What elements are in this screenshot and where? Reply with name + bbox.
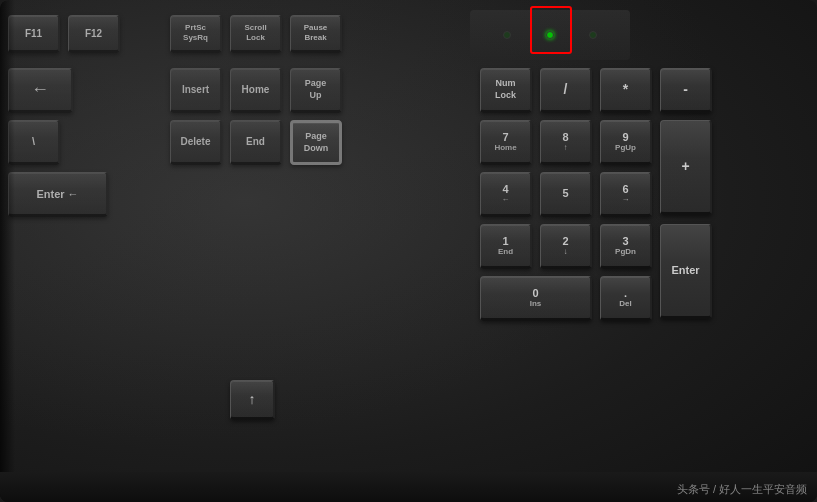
key-num3[interactable]: 3 PgDn bbox=[600, 224, 652, 269]
key-end-label: End bbox=[246, 135, 265, 148]
key-num8-main: 8 bbox=[562, 130, 568, 144]
key-delete-label: Delete bbox=[180, 135, 210, 148]
key-backspace-label: ← bbox=[31, 78, 49, 101]
watermark-text: 头条号 / 好人一生平安音频 bbox=[677, 483, 807, 495]
watermark: 头条号 / 好人一生平安音频 bbox=[677, 482, 807, 497]
key-num4[interactable]: 4 ← bbox=[480, 172, 532, 217]
key-numplus-label: + bbox=[681, 157, 689, 175]
key-numslash[interactable]: / bbox=[540, 68, 592, 113]
key-num2-sub: ↓ bbox=[564, 248, 568, 257]
key-num1-sub: End bbox=[498, 248, 513, 257]
key-numstar-label: * bbox=[623, 80, 628, 98]
key-up-arrow[interactable]: ↑ bbox=[230, 380, 275, 420]
key-pageup-label2: Up bbox=[310, 90, 322, 102]
key-numlock[interactable]: Num Lock bbox=[480, 68, 532, 113]
indicator-lights bbox=[470, 10, 630, 60]
key-pageup-label1: Page bbox=[305, 78, 327, 90]
key-scrolllock-label1: Scroll bbox=[244, 23, 266, 33]
key-num9-sub: PgUp bbox=[615, 144, 636, 153]
key-enter[interactable]: Enter ← bbox=[8, 172, 108, 217]
key-numminus-label: - bbox=[683, 80, 688, 98]
key-up-arrow-label: ↑ bbox=[249, 390, 256, 408]
key-num6-main: 6 bbox=[622, 182, 628, 196]
key-num1[interactable]: 1 End bbox=[480, 224, 532, 269]
key-pagedown-label1: Page bbox=[305, 131, 327, 143]
indicator-caps-lock bbox=[589, 31, 597, 39]
key-numstar[interactable]: * bbox=[600, 68, 652, 113]
key-numdot-sub: Del bbox=[619, 300, 631, 309]
key-num8[interactable]: 8 ↑ bbox=[540, 120, 592, 165]
key-prtsc[interactable]: PrtSc SysRq bbox=[170, 15, 222, 53]
key-num1-main: 1 bbox=[502, 234, 508, 248]
key-scrolllock-label2: Lock bbox=[246, 33, 265, 43]
key-pageup[interactable]: Page Up bbox=[290, 68, 342, 113]
key-prtsc-label1: PrtSc bbox=[185, 23, 206, 33]
key-numplus[interactable]: + bbox=[660, 120, 712, 215]
key-numdot-main: . bbox=[624, 286, 627, 300]
indicator-num-lock bbox=[546, 31, 554, 39]
key-enter-label: Enter ← bbox=[36, 188, 78, 200]
key-f12[interactable]: F12 bbox=[68, 15, 120, 53]
key-home-label: Home bbox=[242, 83, 270, 96]
key-insert-label: Insert bbox=[182, 83, 209, 96]
key-num0-main: 0 bbox=[532, 286, 538, 300]
key-num6-sub: → bbox=[622, 196, 630, 205]
key-backslash[interactable]: \ bbox=[8, 120, 60, 165]
key-scrolllock[interactable]: Scroll Lock bbox=[230, 15, 282, 53]
key-home[interactable]: Home bbox=[230, 68, 282, 113]
indicator-scroll-lock bbox=[503, 31, 511, 39]
key-numminus[interactable]: - bbox=[660, 68, 712, 113]
key-num3-sub: PgDn bbox=[615, 248, 636, 257]
key-pause-label1: Pause bbox=[304, 23, 328, 33]
key-pause-label2: Break bbox=[304, 33, 326, 43]
key-num6[interactable]: 6 → bbox=[600, 172, 652, 217]
key-end[interactable]: End bbox=[230, 120, 282, 165]
key-backspace[interactable]: ← bbox=[8, 68, 73, 113]
key-num7[interactable]: 7 Home bbox=[480, 120, 532, 165]
key-num0[interactable]: 0 Ins bbox=[480, 276, 592, 321]
key-num5-main: 5 bbox=[562, 186, 568, 200]
key-numenter-label: Enter bbox=[671, 263, 699, 277]
key-numlock-label2: Lock bbox=[495, 90, 516, 102]
key-numdot[interactable]: . Del bbox=[600, 276, 652, 321]
key-prtsc-label2: SysRq bbox=[183, 33, 208, 43]
key-num5[interactable]: 5 bbox=[540, 172, 592, 217]
key-f12-label: F12 bbox=[85, 27, 102, 40]
key-f11-label: F11 bbox=[25, 27, 42, 40]
key-num8-sub: ↑ bbox=[564, 144, 568, 153]
key-num4-sub: ← bbox=[502, 196, 510, 205]
key-num9[interactable]: 9 PgUp bbox=[600, 120, 652, 165]
key-num3-main: 3 bbox=[622, 234, 628, 248]
keyboard-image: F11 F12 PrtSc SysRq Scroll Lock Pause Br… bbox=[0, 0, 817, 502]
key-num9-main: 9 bbox=[622, 130, 628, 144]
key-num2-main: 2 bbox=[562, 234, 568, 248]
key-insert[interactable]: Insert bbox=[170, 68, 222, 113]
key-num7-main: 7 bbox=[502, 130, 508, 144]
key-backslash-label: \ bbox=[32, 134, 35, 148]
key-delete[interactable]: Delete bbox=[170, 120, 222, 165]
key-num4-main: 4 bbox=[502, 182, 508, 196]
key-num0-sub: Ins bbox=[530, 300, 542, 309]
key-pagedown-label2: Down bbox=[304, 143, 329, 155]
key-f11[interactable]: F11 bbox=[8, 15, 60, 53]
key-pause[interactable]: Pause Break bbox=[290, 15, 342, 53]
key-num7-sub: Home bbox=[494, 144, 516, 153]
key-numlock-label1: Num bbox=[496, 78, 516, 90]
key-numslash-label: / bbox=[564, 80, 568, 98]
key-numenter[interactable]: Enter bbox=[660, 224, 712, 319]
key-num2[interactable]: 2 ↓ bbox=[540, 224, 592, 269]
key-pagedown[interactable]: Page Down bbox=[290, 120, 342, 165]
